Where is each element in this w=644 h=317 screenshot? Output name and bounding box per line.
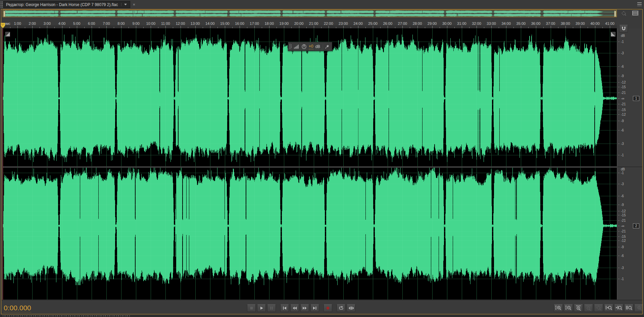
skip-selection-button[interactable] [347,304,355,312]
zoom-to-out-point-button[interactable] [614,304,623,312]
gain-unit-label: dB [315,44,320,49]
db-scale-label: -9 [621,74,624,78]
status-bar-clipped [0,315,644,317]
ruler-minute-label: 26:00 [383,21,392,25]
ruler-minute-label: 9:00 [132,21,139,25]
zoom-reset-icon [595,305,602,311]
db-scale-label: -1 [621,40,624,44]
ruler-minute-label: 13:00 [191,21,200,25]
zoom-full-button[interactable] [634,304,643,312]
zoom-reset-button[interactable] [594,304,603,312]
ruler-minute-label: 40:00 [590,21,600,25]
ruler-minute-label: 2:00 [29,21,36,25]
panel-menu-icon[interactable] [637,2,642,6]
db-scale-label: -∞ [621,224,624,228]
levels-bars-icon[interactable] [294,44,299,49]
db-scale-label: -15 [621,85,626,89]
gain-value[interactable]: +0 [309,44,313,49]
record-button[interactable] [324,304,332,312]
db-scale-label: -∞ [621,97,624,100]
ruler-minute-label: 18:00 [264,21,274,25]
corner-handle-top-left-icon[interactable] [5,32,10,37]
ruler-minute-label: 12:00 [176,21,185,25]
ruler-ticks-canvas [3,25,617,28]
editor-tab[interactable]: Редактор: George Harrison - Dark Horse (… [3,1,130,8]
record-icon [325,306,331,311]
ruler-minute-label: 6:00 [88,21,95,25]
zoom-out-vertical-button[interactable] [564,304,573,312]
ruler-minute-label: 25:00 [368,21,378,25]
db-scale-tick [618,42,620,42]
loop-playback-button[interactable] [337,304,345,312]
db-scale-tick [618,256,620,256]
timeline-ruler[interactable]: чмс 1:002:003:004:005:006:007:008:009:00… [3,21,617,29]
db-scale-tick [618,121,620,121]
overview-range-selector[interactable] [3,10,617,17]
tab-dropdown-icon[interactable] [121,3,128,6]
ruler-minute-label: 27:00 [398,21,407,25]
channel-badge: 1 [633,96,639,101]
zoom-reset-overview-icon[interactable] [621,11,627,17]
db-scale-tick [618,236,620,237]
gain-knob-icon[interactable] [301,44,307,49]
db-scale-tick [618,220,620,221]
db-scale-tick [618,173,620,173]
db-scale-label: -3 [621,266,624,270]
tab-close-icon[interactable]: × [133,2,136,7]
corner-handle-top-right-icon[interactable] [611,32,615,37]
zoom-in-horizontal-button[interactable] [574,304,583,312]
overview-right-handle[interactable] [614,11,616,17]
db-scale-label: -12 [621,81,626,84]
zoom-in-vertical-button[interactable] [554,304,563,312]
snap-magnet-button[interactable] [619,25,628,33]
overview-waveform-canvas[interactable] [3,10,616,17]
ruler-minute-label: 10:00 [146,21,155,25]
stop-button[interactable] [247,304,256,312]
db-scale-tick [618,231,620,231]
db-scale-tick [618,215,620,215]
db-scale-label: -6 [621,128,624,132]
db-scale-tick [618,53,620,53]
play-icon [259,306,264,311]
db-scale-label: -21 [621,91,626,95]
db-scale-header: dB [621,167,625,171]
overview-left-handle[interactable] [3,11,5,17]
db-scale-label: -6 [621,194,624,198]
rewind-button[interactable] [290,304,299,312]
zoom-out-point-icon [615,305,622,311]
panel-grip-icon[interactable] [1,1,3,8]
ruler-minute-label: 28:00 [413,21,422,25]
skip-to-end-button[interactable] [310,304,319,312]
ruler-minute-label: 31:00 [457,21,466,25]
playhead-line[interactable] [3,28,3,300]
db-scale-label: -3 [621,182,624,186]
db-scale-label: -6 [621,254,624,258]
loop-icon [338,306,344,311]
skip-selection-icon [348,306,354,311]
time-display[interactable]: 0:00.000 [4,304,31,312]
skip-to-start-button[interactable] [280,304,289,312]
ruler-minute-label: 4:00 [58,21,65,25]
hud-separator [322,44,323,49]
ruler-minute-label: 11:00 [161,21,170,25]
zoom-in-v-icon [555,305,562,311]
waveform-canvas[interactable] [3,29,617,300]
zoom-to-in-point-button[interactable] [604,304,613,312]
fast-forward-button[interactable] [300,304,309,312]
panel-list-icon[interactable] [632,10,639,16]
magnet-icon [621,26,626,31]
zoom-out-horizontal-button[interactable] [584,304,593,312]
rewind-icon [292,306,297,311]
zoom-to-selection-button[interactable] [624,304,633,312]
zoom-out-h-icon [585,305,592,311]
pin-hud-icon[interactable] [325,44,330,49]
gain-hud[interactable]: +0 dB [288,42,332,51]
zoom-in-point-icon [605,305,612,311]
hud-grip-icon[interactable] [290,44,292,49]
tab-bar: Редактор: George Harrison - Dark Horse (… [0,0,644,9]
db-scale-label: -3 [621,51,624,55]
play-button[interactable] [257,304,266,312]
pause-button[interactable] [267,304,276,312]
ruler-minute-label: 29:00 [428,21,437,25]
db-scale-label: -15 [621,108,626,112]
